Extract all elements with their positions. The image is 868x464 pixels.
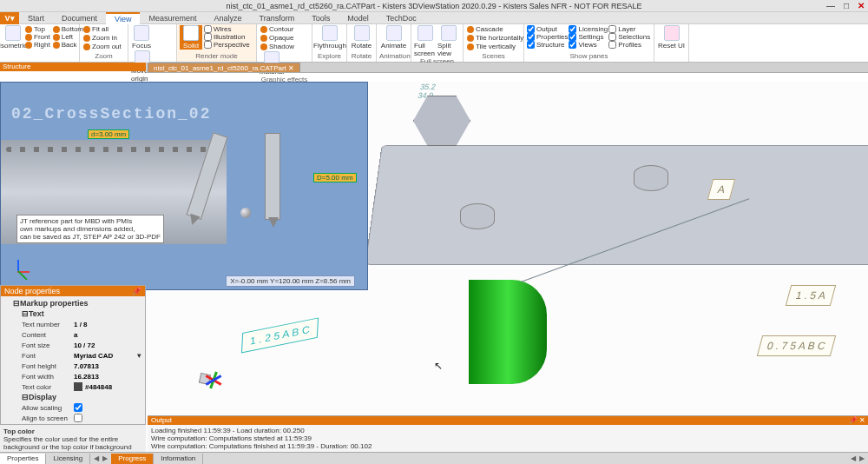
bottom-tab-properties[interactable]: Properties <box>0 454 46 464</box>
bottom-tab-progress[interactable]: Progress <box>111 454 154 464</box>
opaque-button[interactable]: Opaque <box>260 34 294 42</box>
tab-view[interactable]: View <box>106 12 140 24</box>
prop-group-text[interactable]: ⊟ Text <box>4 308 141 319</box>
prop-row-font[interactable]: FontMyriad CAD▾ <box>4 350 141 361</box>
pane-properties-toggle[interactable]: Properties <box>527 33 568 41</box>
pane-settings-toggle[interactable]: Settings <box>569 33 608 41</box>
illustration-mode-button[interactable]: Illustration <box>203 33 251 41</box>
fit-all-button[interactable]: Fit all <box>82 25 109 33</box>
left-view-button[interactable]: Front <box>24 33 51 41</box>
prop-group-markup[interactable]: ⊟ Markup properties <box>4 298 141 308</box>
tab-model[interactable]: Model <box>339 12 378 24</box>
chevron-down-icon[interactable]: ▾ <box>137 351 141 360</box>
part-hex <box>413 96 470 146</box>
isometric-button[interactable]: Isometric <box>3 25 23 50</box>
cross-section-view[interactable]: 02_CrossSection_02 d=3.00 mm D=5.00 mm J… <box>0 82 368 290</box>
checkbox[interactable] <box>74 403 82 412</box>
bottom-tab-licensing[interactable]: Licensing <box>46 454 90 464</box>
top-view-button[interactable]: Top <box>24 25 51 33</box>
pane-selections-toggle[interactable]: Selections <box>608 33 650 41</box>
checkbox-icon <box>204 25 212 33</box>
tile-v-button[interactable]: Tile vertically <box>466 43 516 50</box>
flythrough-button[interactable]: Flythrough <box>315 25 345 50</box>
inset-title: 02_CrossSection_02 <box>11 105 211 123</box>
coordinate-readout: X=-0.00 mm Y=120.00 mm Z=8.56 mm <box>226 275 355 287</box>
cascade-button[interactable]: Cascade <box>466 25 504 33</box>
front-view-button[interactable]: Right <box>24 41 51 49</box>
prop-row-check[interactable]: Allow scaling <box>4 402 141 413</box>
fullscreen-button[interactable]: Full screen <box>414 25 437 57</box>
animate-button[interactable]: Animate <box>379 25 408 50</box>
dimension-label: D=5.00 mm <box>313 173 357 182</box>
tab-measurement[interactable]: Measurement <box>140 12 205 24</box>
output-header[interactable]: Output📌 ✕ <box>148 416 868 425</box>
split-view-button[interactable]: Split view <box>437 25 460 57</box>
structure-panel-label[interactable]: Structure <box>0 63 146 71</box>
app-menu-button[interactable]: V▾ <box>0 12 19 24</box>
doc-tab-1[interactable]: nist_ctc_01_asme1_rd_ct5260_ra.CATPart ✕ <box>148 63 300 72</box>
prop-group-display[interactable]: ⊟ Display <box>4 392 141 402</box>
minimize-button[interactable]: — <box>826 1 835 10</box>
group-panes-title: Show panes <box>527 52 651 61</box>
prop-description: Top color Specifies the color used for t… <box>0 424 146 452</box>
wires-mode-button[interactable]: Wires <box>203 25 251 33</box>
pane-layer-toggle[interactable]: Layer <box>608 25 650 33</box>
prop-row[interactable]: Font size10 / 72 <box>4 340 141 350</box>
maximize-button[interactable]: □ <box>844 1 849 10</box>
tab-tools[interactable]: Tools <box>303 12 339 24</box>
tab-transform[interactable]: Transform <box>250 12 303 24</box>
dimension-label: 1 . 5 A <box>786 285 836 306</box>
effect-icon <box>260 26 267 33</box>
prop-row[interactable]: Text number1 / 8 <box>4 319 141 329</box>
tab-document[interactable]: Document <box>53 12 106 24</box>
window-title: nist_ctc_01_asme1_rd_ct5260_ra.CATPart -… <box>226 2 641 10</box>
close-button[interactable]: ✕ <box>858 1 865 10</box>
view-icon <box>25 34 32 41</box>
reset-ui-button[interactable]: Reset UI <box>657 25 686 50</box>
close-icon[interactable]: ✕ <box>288 64 294 72</box>
rotate-button[interactable]: Rotate <box>350 25 373 50</box>
shadow-button[interactable]: Shadow <box>260 43 295 50</box>
prop-row-check[interactable]: Align to screen <box>4 413 141 423</box>
orientation-axes[interactable] <box>184 358 226 400</box>
prop-row[interactable]: Font height7.07813 <box>4 361 141 371</box>
titlebar: nist_ctc_01_asme1_rd_ct5260_ra.CATPart -… <box>0 0 868 12</box>
bottom-tabbar: Properties Licensing ◀▶ Progress Informa… <box>0 452 868 464</box>
split-icon <box>441 25 457 41</box>
perspective-mode-button[interactable]: Perspective <box>203 41 251 49</box>
group-scenes-title: Scenes <box>466 52 521 61</box>
solid-mode-button[interactable]: Solid <box>180 25 202 50</box>
bottom-tab-information[interactable]: Information <box>154 454 203 464</box>
cursor-icon: ↖ <box>434 360 443 372</box>
pane-structure-toggle[interactable]: Structure <box>527 41 568 49</box>
prop-row[interactable]: Font width16.2813 <box>4 371 141 381</box>
next-tab-button[interactable]: ▶ <box>102 454 108 462</box>
tab-analyze[interactable]: Analyze <box>205 12 250 24</box>
zoom-icon <box>83 26 90 33</box>
tile-h-button[interactable]: Tile horizontally <box>466 34 524 42</box>
panel-header[interactable]: Node properties📌 <box>1 286 145 296</box>
next-tab-button[interactable]: ▶ <box>859 454 865 462</box>
reset-icon <box>664 25 680 41</box>
prev-tab-button[interactable]: ◀ <box>94 454 99 462</box>
prop-row-color[interactable]: Text color#484848 <box>4 381 141 392</box>
contour-button[interactable]: Contour <box>260 25 294 33</box>
pane-profiles-toggle[interactable]: Profiles <box>608 41 650 49</box>
tab-techdoc[interactable]: TechDoc <box>378 12 425 24</box>
zoom-in-button[interactable]: Zoom in <box>82 34 118 42</box>
focus-button[interactable]: Focus <box>131 25 152 50</box>
pane-licensing-toggle[interactable]: Licensing <box>569 25 608 33</box>
pane-views-toggle[interactable]: Views <box>569 41 608 49</box>
tile-icon <box>467 35 474 42</box>
tab-start[interactable]: Start <box>19 12 53 24</box>
dimension-label: d=3.00 mm <box>88 129 129 139</box>
prev-tab-button[interactable]: ◀ <box>851 454 856 462</box>
pane-output-toggle[interactable]: Output <box>527 25 568 33</box>
pin-icon[interactable]: 📌 <box>849 416 858 424</box>
pin-icon[interactable]: 📌 <box>132 287 141 295</box>
color-swatch-icon <box>74 382 82 391</box>
close-icon[interactable]: ✕ <box>859 416 865 424</box>
zoom-out-button[interactable]: Zoom out <box>82 43 122 50</box>
checkbox[interactable] <box>74 414 82 422</box>
prop-row[interactable]: Contenta <box>4 329 141 340</box>
